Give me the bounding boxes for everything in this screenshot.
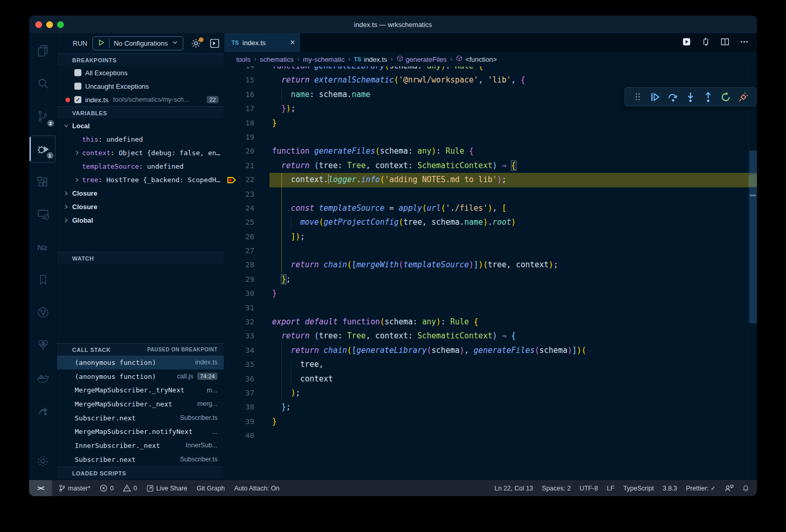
code-editor[interactable]: 14function generateLibrary(schema: any):… (224, 66, 757, 480)
status-bell-icon[interactable] (742, 484, 749, 492)
more-actions-icon[interactable] (740, 37, 749, 48)
line-text[interactable]: } (272, 116, 757, 130)
status-auto-attach-on[interactable]: Auto Attach: On (234, 485, 280, 492)
call-stack-frame[interactable]: MergeMapSubscriber._nextmerg... (57, 397, 224, 411)
line-text[interactable]: return (tree: Tree, context: SchematicCo… (272, 329, 757, 343)
split-editor-icon[interactable] (721, 37, 729, 48)
line-text[interactable]: context.logger.info('adding NOTES.md to … (272, 173, 757, 187)
status-3-8-3[interactable]: 3.8.3 (662, 485, 677, 492)
restart-icon[interactable] (720, 90, 732, 104)
line-text[interactable]: ]); (272, 230, 757, 244)
variable-row[interactable]: tree: HostTree {_backend: ScopedH… (57, 173, 224, 186)
line-text[interactable]: tree, (272, 358, 757, 372)
glyph-margin[interactable] (224, 66, 240, 73)
drag-handle-icon[interactable] (631, 90, 644, 104)
line-text[interactable]: context (272, 372, 757, 386)
glyph-margin[interactable] (224, 386, 240, 400)
glyph-margin[interactable] (224, 73, 240, 87)
close-tab-icon[interactable]: × (290, 38, 295, 47)
disconnect-icon[interactable] (737, 90, 750, 104)
line-text[interactable] (272, 301, 757, 315)
status-ln-22-col-13[interactable]: Ln 22, Col 13 (494, 485, 533, 492)
source-control-icon[interactable]: 3 (31, 103, 56, 130)
glyph-margin[interactable] (224, 329, 240, 343)
call-stack-frame[interactable]: (anonymous function)index.ts (57, 356, 224, 370)
glyph-margin[interactable] (224, 215, 240, 229)
git-graph-icon[interactable] (31, 299, 56, 326)
bookmarks-icon[interactable] (31, 266, 56, 293)
line-text[interactable]: return externalSchematic('@nrwl/workspac… (272, 73, 757, 87)
breadcrumb-item[interactable]: generateFiles (397, 55, 447, 63)
open-debug-console-icon[interactable] (209, 38, 221, 49)
glyph-margin[interactable] (224, 102, 240, 116)
live-share-icon[interactable] (31, 397, 56, 424)
launch-configuration-dropdown[interactable]: No Configurations (92, 36, 183, 50)
status-utf-8[interactable]: UTF-8 (579, 485, 598, 492)
step-out-icon[interactable] (702, 90, 714, 104)
glyph-margin[interactable] (224, 244, 240, 258)
settings-gear-icon[interactable] (31, 447, 56, 474)
search-icon[interactable] (31, 70, 56, 97)
test-explorer-icon[interactable] (31, 332, 56, 359)
variable-row[interactable]: this: undefined (57, 132, 224, 146)
loaded-scripts-section-header[interactable]: LOADED SCRIPTS (57, 467, 224, 479)
scrollbar-thumb[interactable] (749, 151, 757, 323)
remote-indicator[interactable]: >< (29, 480, 52, 496)
status-lf[interactable]: LF (607, 485, 615, 492)
glyph-margin[interactable] (224, 287, 240, 301)
editor-scrollbar[interactable] (748, 66, 757, 480)
glyph-margin[interactable] (224, 144, 240, 158)
checkbox[interactable] (74, 69, 82, 76)
checkbox[interactable]: ✓ (74, 96, 82, 103)
variable-row[interactable]: templateSource: undefined (57, 159, 224, 173)
breadcrumb-item[interactable]: my-schematic (303, 56, 345, 63)
line-text[interactable] (272, 187, 757, 201)
synchronize-changes-icon[interactable] (701, 37, 710, 48)
glyph-margin[interactable] (224, 372, 240, 386)
status-typescript[interactable]: TypeScript (623, 485, 654, 492)
call-stack-frame[interactable]: Subscriber.nextSubscriber.ts (57, 453, 224, 467)
glyph-margin[interactable] (224, 88, 240, 102)
call-stack-frame[interactable]: MergeMapSubscriber._tryNextm... (57, 383, 224, 397)
breakpoint-row[interactable]: All Exceptions (57, 66, 224, 79)
call-stack-frame[interactable]: Subscriber.nextSubscriber.ts (57, 411, 224, 425)
call-stack-frame[interactable]: (anonymous function)call.js74:24 (57, 370, 224, 384)
variable-row[interactable]: context: Object {debug: false, en… (57, 146, 224, 159)
remote-explorer-icon[interactable] (31, 201, 56, 228)
line-text[interactable]: return (tree: Tree, context: SchematicCo… (272, 159, 757, 173)
status-prettier[interactable]: Prettier: ✓ (686, 484, 716, 492)
status-feedback-icon[interactable] (725, 484, 734, 492)
call-stack-section-header[interactable]: CALL STACK PAUSED ON BREAKPOINT (57, 343, 224, 356)
breakpoint-row[interactable]: Uncaught Exceptions (57, 79, 224, 93)
glyph-margin[interactable] (224, 315, 240, 329)
checkbox[interactable] (74, 83, 82, 90)
minimize-window-icon[interactable] (46, 21, 53, 28)
line-text[interactable]: }; (272, 272, 757, 287)
glyph-margin[interactable] (224, 230, 240, 244)
status-live-share[interactable]: Live Share (146, 485, 187, 492)
variables-section-header[interactable]: VARIABLES (57, 106, 224, 119)
glyph-margin[interactable] (224, 301, 240, 315)
glyph-margin[interactable] (224, 415, 240, 429)
call-stack-frame[interactable]: MergeMapSubscriber.notifyNext... (57, 425, 224, 439)
explorer-icon[interactable] (31, 37, 56, 64)
extensions-icon[interactable] (31, 168, 56, 195)
titlebar[interactable]: index.ts — wrkschematics (29, 16, 757, 33)
glyph-margin[interactable] (224, 272, 240, 287)
close-window-icon[interactable] (35, 21, 42, 28)
status-git-graph[interactable]: Git Graph (197, 485, 225, 492)
variable-scope-row[interactable]: Local (57, 119, 224, 132)
line-text[interactable] (272, 244, 757, 258)
nx-console-icon[interactable]: N≥ (31, 234, 56, 261)
variable-scope-row[interactable]: Global (57, 213, 224, 227)
configure-gear-icon[interactable] (191, 38, 202, 49)
breadcrumb-item[interactable]: schematics (260, 56, 293, 63)
current-breakpoint-arrow-icon[interactable] (224, 173, 240, 187)
line-text[interactable]: export default function(schema: any): Ru… (272, 315, 757, 329)
breadcrumb-item[interactable]: TSindex.ts (354, 56, 387, 63)
line-text[interactable]: function generateFiles(schema: any): Rul… (272, 144, 757, 158)
variable-scope-row[interactable]: Closure (57, 200, 224, 213)
glyph-margin[interactable] (224, 429, 240, 443)
status-master[interactable]: master* (59, 484, 90, 492)
continue-icon[interactable] (649, 90, 661, 104)
